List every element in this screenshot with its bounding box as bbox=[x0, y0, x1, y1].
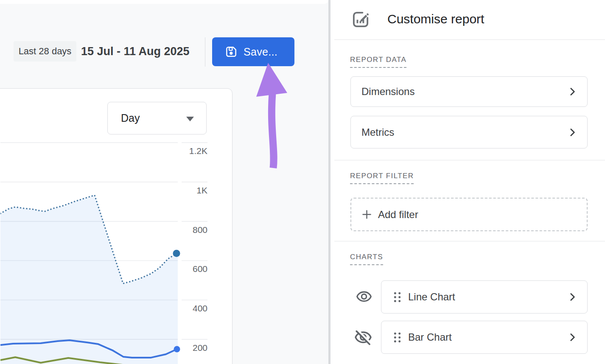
visibility-off-icon[interactable] bbox=[354, 328, 373, 347]
save-button-label: Save... bbox=[244, 46, 277, 58]
add-filter-button[interactable]: Add filter bbox=[350, 198, 588, 231]
line-chart-row[interactable]: Line Chart bbox=[381, 280, 588, 314]
row-label: Line Chart bbox=[408, 291, 455, 303]
toolbar-divider bbox=[205, 37, 205, 67]
svg-text:200: 200 bbox=[193, 343, 207, 353]
section-heading-report-filter: REPORT FILTER bbox=[350, 172, 414, 184]
save-button[interactable]: Save... bbox=[212, 37, 294, 66]
svg-text:800: 800 bbox=[193, 225, 207, 235]
chevron-right-icon bbox=[567, 332, 578, 343]
line-chart-svg[interactable]: 1.2K1K800600400200 bbox=[0, 89, 232, 364]
panel-title: Customise report bbox=[387, 12, 484, 26]
row-label: Bar Chart bbox=[408, 331, 452, 343]
header-edge bbox=[0, 0, 328, 4]
header-divider bbox=[334, 39, 605, 40]
row-label: Dimensions bbox=[361, 86, 415, 98]
add-filter-label: Add filter bbox=[378, 209, 418, 221]
svg-text:1K: 1K bbox=[196, 185, 207, 195]
svg-text:1.2K: 1.2K bbox=[189, 146, 207, 156]
plus-icon bbox=[361, 209, 373, 220]
section-divider bbox=[334, 160, 605, 160]
chevron-right-icon bbox=[567, 291, 578, 302]
edit-chart-icon bbox=[351, 10, 370, 29]
dimensions-row[interactable]: Dimensions bbox=[350, 76, 588, 107]
line-chart-card: Day 1.2K1K800600400200 bbox=[0, 88, 232, 364]
chevron-right-icon bbox=[567, 86, 578, 97]
visibility-on-icon[interactable] bbox=[355, 288, 373, 306]
row-label: Metrics bbox=[361, 126, 394, 138]
app-root: Last 28 days 15 Jul - 11 Aug 2025 Save..… bbox=[0, 0, 605, 364]
svg-text:400: 400 bbox=[193, 303, 207, 313]
section-heading-report-data: REPORT DATA bbox=[350, 56, 406, 68]
section-heading-charts: CHARTS bbox=[350, 253, 383, 265]
annotation-arrow bbox=[250, 59, 297, 173]
date-range-chip[interactable]: Last 28 days bbox=[14, 41, 76, 62]
date-range-label[interactable]: 15 Jul - 11 Aug 2025 bbox=[81, 41, 190, 62]
chevron-right-icon bbox=[567, 127, 578, 138]
customise-report-panel: Customise report REPORT DATA Dimensions … bbox=[331, 0, 605, 364]
section-divider bbox=[334, 241, 605, 241]
metrics-row[interactable]: Metrics bbox=[350, 116, 588, 148]
save-icon bbox=[224, 45, 238, 59]
drag-handle-icon[interactable] bbox=[393, 331, 401, 344]
svg-text:600: 600 bbox=[193, 264, 207, 274]
drag-handle-icon[interactable] bbox=[393, 291, 401, 303]
bar-chart-row[interactable]: Bar Chart bbox=[381, 321, 588, 354]
